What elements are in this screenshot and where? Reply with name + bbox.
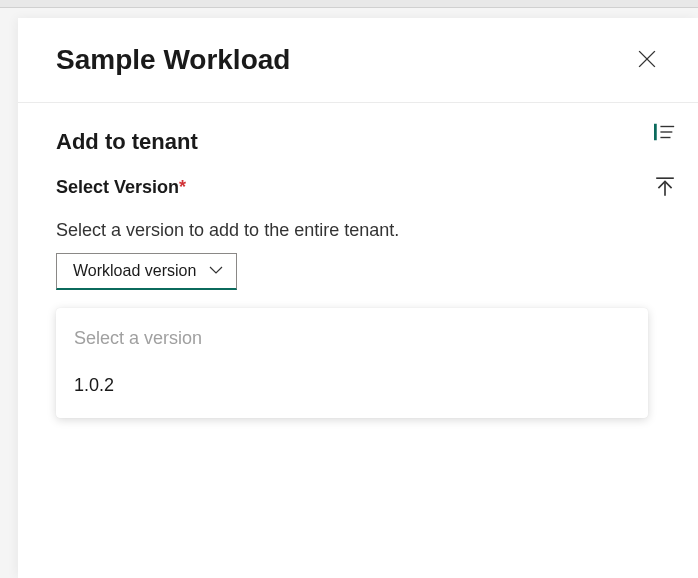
dropdown-option[interactable]: 1.0.2 — [56, 365, 648, 406]
field-label: Select Version* — [56, 177, 590, 198]
side-panel: Sample Workload — [18, 18, 698, 578]
close-icon — [638, 50, 656, 71]
required-indicator: * — [179, 177, 186, 197]
list-icon — [654, 121, 676, 146]
panel-header: Sample Workload — [18, 18, 698, 103]
field-label-text: Select Version — [56, 177, 179, 197]
background-strip — [0, 0, 698, 8]
scroll-top-button[interactable] — [654, 176, 676, 201]
chevron-down-icon — [208, 262, 224, 280]
panel-title: Sample Workload — [56, 44, 290, 76]
version-dropdown-menu: Select a version 1.0.2 — [56, 308, 648, 418]
dropdown-trigger-label: Workload version — [73, 262, 196, 280]
close-button[interactable] — [634, 46, 660, 75]
version-dropdown-trigger[interactable]: Workload version — [56, 253, 237, 290]
section-title: Add to tenant — [56, 129, 590, 155]
field-description: Select a version to add to the entire te… — [56, 220, 590, 241]
outline-button[interactable] — [654, 121, 676, 146]
arrow-up-to-line-icon — [654, 176, 676, 201]
dropdown-placeholder: Select a version — [56, 320, 648, 365]
panel-body: Add to tenant Select Version* Select a v… — [18, 103, 698, 444]
side-toolbar — [654, 121, 676, 201]
content-area: Add to tenant Select Version* Select a v… — [56, 129, 660, 418]
